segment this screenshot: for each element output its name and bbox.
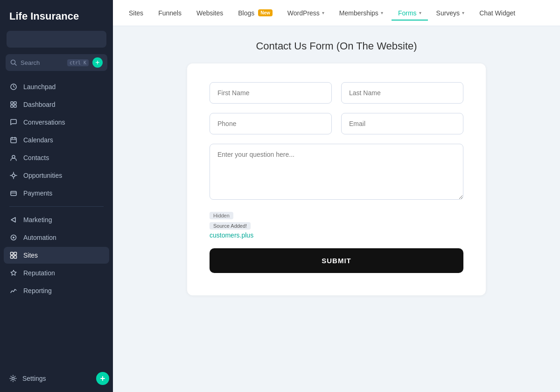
payments-icon — [9, 189, 18, 197]
last-name-input[interactable] — [341, 82, 463, 104]
topnav-websites[interactable]: Websites — [190, 6, 230, 21]
automation-icon — [9, 233, 18, 242]
sidebar-item-reputation[interactable]: Reputation — [4, 265, 109, 281]
sidebar-item-label: Conversations — [23, 119, 65, 126]
phone-field — [210, 113, 332, 134]
hidden-badge: Hidden — [210, 212, 233, 219]
topnav-blogs[interactable]: Blogs New — [231, 6, 279, 21]
chat-icon — [9, 118, 18, 126]
main-content: Sites Funnels Websites Blogs New WordPre… — [113, 0, 560, 392]
topnav-surveys[interactable]: Surveys ▾ — [430, 6, 471, 21]
sidebar-item-launchpad[interactable]: Launchpad — [4, 78, 109, 95]
sidebar-item-opportunities[interactable]: Opportunities — [4, 167, 109, 184]
sidebar-item-automation[interactable]: Automation — [4, 229, 109, 246]
sidebar-item-label: Reporting — [23, 287, 52, 294]
chevron-down-icon: ▾ — [419, 10, 421, 15]
svg-rect-7 — [11, 138, 16, 143]
topnav-forms[interactable]: Forms ▾ — [392, 6, 428, 21]
page-content: Contact Us Form (On The Website) — [113, 26, 560, 392]
topnav-memberships[interactable]: Memberships ▾ — [333, 6, 390, 21]
question-field — [210, 144, 463, 202]
chevron-down-icon: ▾ — [322, 10, 324, 15]
search-shortcut: ctrl K — [67, 59, 89, 66]
email-input[interactable] — [341, 113, 463, 134]
add-button[interactable]: + — [92, 57, 103, 68]
svg-point-12 — [12, 174, 15, 177]
sidebar-item-sites[interactable]: Sites — [4, 247, 109, 264]
svg-line-1 — [15, 64, 17, 66]
grid-icon — [9, 100, 18, 109]
svg-rect-4 — [14, 102, 16, 104]
svg-rect-22 — [14, 252, 17, 255]
topnav-wordpress[interactable]: WordPress ▾ — [281, 6, 331, 21]
last-name-field — [341, 82, 463, 104]
sidebar-item-conversations[interactable]: Conversations — [4, 114, 109, 131]
sidebar-item-label: Marketing — [23, 216, 52, 224]
svg-rect-3 — [11, 102, 13, 104]
search-bar[interactable]: Search ctrl K + — [6, 54, 107, 71]
top-nav: Sites Funnels Websites Blogs New WordPre… — [113, 0, 560, 26]
app-title: Life Insurance — [0, 0, 113, 31]
sidebar-item-payments[interactable]: Payments — [4, 185, 109, 202]
topnav-sites[interactable]: Sites — [122, 6, 150, 21]
svg-rect-17 — [11, 191, 16, 196]
sidebar-item-label: Contacts — [23, 154, 49, 161]
sidebar-item-label: Reputation — [23, 269, 55, 277]
rocket-icon — [9, 83, 18, 91]
sidebar-item-contacts[interactable]: Contacts — [4, 149, 109, 166]
submit-button[interactable]: SUBMIT — [210, 248, 463, 273]
form-row-contact — [210, 113, 463, 134]
svg-point-11 — [12, 155, 15, 158]
topnav-chat-widget[interactable]: Chat Widget — [473, 6, 522, 21]
first-name-field — [210, 82, 332, 104]
sidebar-item-reporting[interactable]: Reporting — [4, 282, 109, 299]
form-row-name — [210, 82, 463, 104]
blogs-new-badge: New — [258, 9, 273, 16]
form-row-question — [210, 144, 463, 202]
first-name-input[interactable] — [210, 82, 332, 104]
svg-point-20 — [13, 237, 14, 238]
search-placeholder: Search — [21, 59, 63, 66]
phone-input[interactable] — [210, 113, 332, 134]
hidden-source-section: Hidden Source Added! customers.plus — [210, 211, 463, 239]
reputation-icon — [9, 269, 18, 277]
sidebar-item-label: Sites — [23, 252, 38, 259]
search-icon — [10, 59, 17, 66]
chevron-down-icon: ▾ — [462, 10, 464, 15]
svg-rect-23 — [11, 256, 14, 259]
svg-rect-24 — [14, 256, 17, 259]
source-value: customers.plus — [210, 231, 463, 239]
chevron-down-icon: ▾ — [381, 10, 383, 15]
sidebar-item-label: Payments — [23, 189, 52, 197]
svg-point-25 — [12, 378, 14, 380]
calendar-icon — [9, 136, 18, 144]
form-card: Hidden Source Added! customers.plus SUBM… — [187, 63, 486, 295]
settings-label: Settings — [22, 375, 46, 382]
email-field — [341, 113, 463, 134]
sidebar-footer: Settings — [0, 365, 113, 392]
sidebar-teal-button[interactable] — [96, 372, 109, 385]
sidebar-item-calendars[interactable]: Calendars — [4, 132, 109, 148]
sidebar-item-marketing[interactable]: Marketing — [4, 211, 109, 228]
svg-rect-6 — [14, 105, 16, 107]
nav-divider — [9, 206, 104, 207]
profile-bar[interactable] — [7, 31, 106, 48]
svg-rect-21 — [11, 252, 14, 255]
topnav-funnels[interactable]: Funnels — [152, 6, 188, 21]
sidebar-item-dashboard[interactable]: Dashboard — [4, 96, 109, 113]
source-added-badge: Source Added! — [210, 222, 251, 230]
sites-icon — [9, 251, 18, 259]
contacts-icon — [9, 154, 18, 162]
opportunities-icon — [9, 171, 18, 180]
reporting-icon — [9, 287, 18, 295]
sidebar-item-label: Dashboard — [23, 101, 56, 108]
marketing-icon — [9, 216, 18, 224]
question-textarea[interactable] — [210, 144, 463, 200]
settings-icon — [9, 375, 17, 382]
sidebar-item-label: Opportunities — [23, 172, 62, 179]
sidebar-item-label: Launchpad — [23, 83, 56, 91]
sidebar-item-label: Automation — [23, 234, 56, 241]
svg-rect-5 — [11, 105, 13, 107]
sidebar-item-settings[interactable]: Settings — [4, 371, 96, 386]
sidebar-nav: Launchpad Dashboard Conversations Calend… — [0, 78, 113, 365]
